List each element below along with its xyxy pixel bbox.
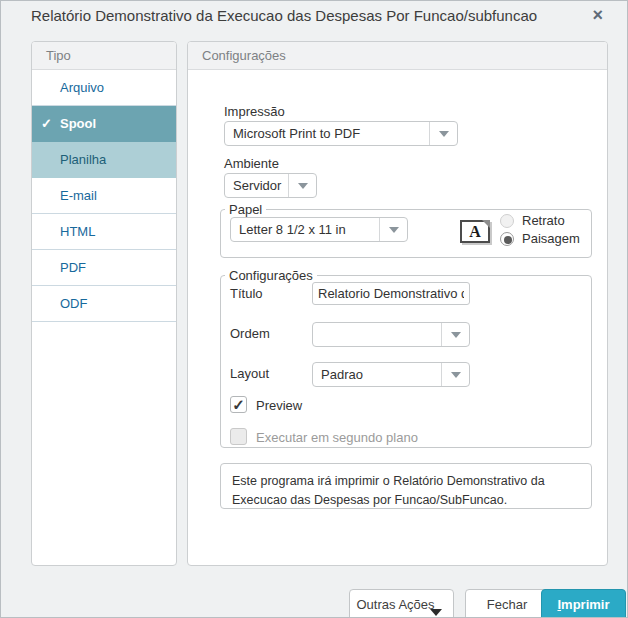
chevron-down-icon [429,122,457,145]
sidebar-item-pdf[interactable]: PDF [32,250,176,286]
title-bar: Relatório Demonstrativo da Execucao das … [1,1,627,29]
papel-size-select[interactable]: Letter 8 1/2 x 11 in [230,217,408,242]
fechar-label: Fechar [487,597,527,616]
check-icon: ✓ [41,106,52,142]
imprimir-label: Imprimir [557,597,609,616]
outras-acoes-button[interactable]: Outras Ações [349,589,454,618]
dialog-title: Relatório Demonstrativo da Execucao das … [31,7,537,24]
layout-label: Layout [230,366,269,381]
titulo-label: Título [230,286,263,301]
impressao-label: Impressão [224,104,285,119]
retrato-radio[interactable] [500,214,514,228]
retrato-radio-row: Retrato [500,213,565,228]
sidebar-item-label: Planilha [60,152,106,167]
sidebar-item-label: PDF [60,260,86,275]
info-box: Este programa irá imprimir o Relatório D… [220,463,592,509]
sidebar-item-label: HTML [60,224,95,239]
print-dialog: Relatório Demonstrativo da Execucao das … [0,0,628,618]
impressao-select[interactable]: Microsoft Print to PDF [224,121,458,146]
layout-value: Padrao [313,367,441,382]
background-label: Executar em segundo plano [256,430,418,445]
ordem-label: Ordem [230,326,270,341]
config-panel: Configurações Impressão Microsoft Print … [187,41,608,566]
sidebar-item-label: ODF [60,296,87,311]
layout-select[interactable]: Padrao [312,362,470,387]
chevron-down-icon [441,323,469,346]
chevron-down-icon [379,218,407,241]
sidebar-item-arquivo[interactable]: Arquivo [32,70,176,106]
config-header: Configurações [188,42,607,70]
check-icon: ✓ [232,396,245,414]
paisagem-radio[interactable] [500,232,514,246]
papel-size-value: Letter 8 1/2 x 11 in [231,222,379,237]
ordem-select[interactable] [312,322,470,347]
chevron-down-icon [441,363,469,386]
ambiente-label: Ambiente [224,156,279,171]
fechar-button[interactable]: Fechar [465,589,549,618]
sidebar-item-label: Arquivo [60,80,104,95]
papel-legend: Papel [225,202,266,217]
tipo-header: Tipo [32,42,176,70]
sidebar-item-html[interactable]: HTML [32,214,176,250]
imprimir-button[interactable]: Imprimir [541,589,626,618]
page-fold-icon [482,220,490,228]
ambiente-value: Servidor [225,178,288,193]
ambiente-select[interactable]: Servidor [224,173,317,198]
impressao-value: Microsoft Print to PDF [225,126,429,141]
background-checkbox[interactable] [230,428,247,445]
titulo-input[interactable] [312,282,470,305]
sidebar-item-spool[interactable]: ✓Spool [32,106,176,142]
config-body: Impressão Microsoft Print to PDF Ambient… [188,70,607,566]
retrato-label: Retrato [522,213,565,228]
menu-down-icon [430,609,442,616]
paisagem-label: Paisagem [522,231,580,246]
radio-dot [504,236,512,244]
info-text: Este programa irá imprimir o Relatório D… [232,474,545,507]
sidebar-item-planilha[interactable]: Planilha [32,142,176,178]
paisagem-radio-row: Paisagem [500,231,580,246]
sidebar-item-odf[interactable]: ODF [32,286,176,322]
chevron-down-icon [288,174,316,197]
landscape-paper-icon: A [460,220,490,243]
preview-checkbox[interactable]: ✓ [230,396,247,413]
close-icon[interactable]: × [592,5,603,25]
paper-letter: A [469,224,481,240]
preview-label: Preview [256,398,302,413]
tipo-list: Arquivo✓SpoolPlanilhaE-mailHTMLPDFODF [32,70,176,322]
sidebar-item-label: E-mail [60,188,97,203]
sidebar-item-e-mail[interactable]: E-mail [32,178,176,214]
sidebar-item-label: Spool [60,116,96,131]
tipo-panel: Tipo Arquivo✓SpoolPlanilhaE-mailHTMLPDFO… [31,41,177,566]
configuracoes-legend: Configurações [225,268,317,283]
